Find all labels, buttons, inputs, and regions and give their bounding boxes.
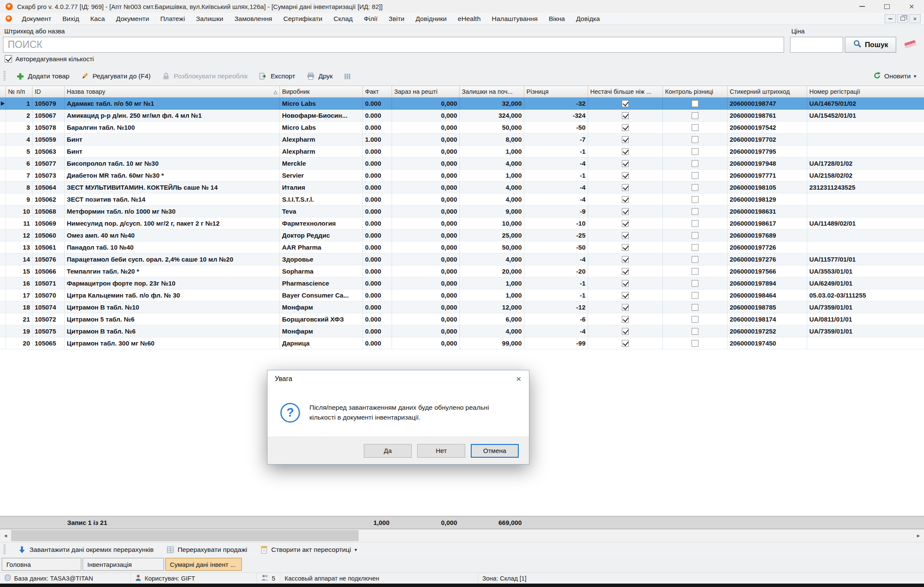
shortage-checkbox[interactable] <box>622 256 629 263</box>
column-header-id[interactable]: ID <box>33 86 65 97</box>
shortage-checkbox[interactable] <box>622 184 629 191</box>
menu-item[interactable]: Філії <box>358 13 383 24</box>
table-row[interactable]: 21105072Цитрамон 5 табл. №6Борщаговский … <box>0 313 924 325</box>
column-header-maker[interactable]: Виробник <box>280 86 363 97</box>
control-checkbox[interactable] <box>692 232 698 239</box>
price-input[interactable] <box>790 37 843 53</box>
no-button[interactable]: Нет <box>417 444 465 458</box>
control-checkbox[interactable] <box>692 256 698 263</box>
menu-item[interactable]: Платежі <box>154 13 190 24</box>
column-header-diff[interactable]: Різниця <box>524 86 588 97</box>
control-checkbox-cell[interactable] <box>663 158 728 170</box>
control-checkbox[interactable] <box>692 160 698 167</box>
column-header-shortage[interactable]: Нестачі більше ніж ... <box>588 86 663 97</box>
menu-item[interactable]: Сертифікати <box>278 13 328 24</box>
shortage-checkbox-cell[interactable] <box>588 206 663 218</box>
menu-item[interactable]: Вікна <box>543 13 570 24</box>
menu-item[interactable]: Документи <box>110 13 154 24</box>
mdi-minimize-button[interactable] <box>885 14 896 23</box>
control-checkbox-cell[interactable] <box>663 218 728 229</box>
table-row[interactable]: 10105068Метформин табл. п/о 1000 мг №30T… <box>0 206 924 218</box>
table-row[interactable]: 7105073Диабетон MR табл. 60мг №30 *Servi… <box>0 170 924 182</box>
create-act-button[interactable]: Створити акт пересортиці ▾ <box>257 543 361 556</box>
table-row[interactable]: 2105067Амикацид р-р д/ин. 250 мг/мл фл. … <box>0 110 924 122</box>
column-header-fact[interactable]: Факт <box>363 86 392 97</box>
refresh-button[interactable]: Оновити ▾ <box>873 68 916 85</box>
control-checkbox-cell[interactable] <box>663 265 728 277</box>
column-header-reg[interactable]: Номер регістрації <box>807 86 924 97</box>
shortage-checkbox[interactable] <box>622 316 629 323</box>
shortage-checkbox-cell[interactable] <box>588 325 663 337</box>
control-checkbox-cell[interactable] <box>663 277 728 289</box>
control-checkbox[interactable] <box>692 112 698 119</box>
control-checkbox-cell[interactable] <box>663 241 728 253</box>
maximize-button[interactable] <box>874 0 899 13</box>
control-checkbox-cell[interactable] <box>663 301 728 313</box>
search-button[interactable]: Пошук <box>845 37 896 53</box>
control-checkbox[interactable] <box>692 148 698 155</box>
control-checkbox[interactable] <box>692 124 698 131</box>
menu-item[interactable]: Довідка <box>570 13 606 24</box>
dialog-close-button[interactable]: × <box>509 371 528 387</box>
scroll-left-button[interactable]: ◄ <box>0 530 11 541</box>
control-checkbox[interactable] <box>692 268 698 275</box>
control-checkbox[interactable] <box>692 136 698 143</box>
shortage-checkbox[interactable] <box>622 244 629 251</box>
control-checkbox-cell[interactable] <box>663 122 728 134</box>
shortage-checkbox[interactable] <box>622 136 629 143</box>
shortage-checkbox[interactable] <box>622 208 629 215</box>
control-checkbox-cell[interactable] <box>663 289 728 301</box>
shortage-checkbox-cell[interactable] <box>588 265 663 277</box>
table-row[interactable]: 11105069Нимесулид пор. д/сусп. 100 мг/2 … <box>0 218 924 229</box>
table-row[interactable]: 13105061Панадол таб. 10 №40AAR Pharma0.0… <box>0 241 924 253</box>
shortage-checkbox[interactable] <box>622 100 629 107</box>
menu-item[interactable]: Довідники <box>410 13 452 24</box>
shortage-checkbox-cell[interactable] <box>588 277 663 289</box>
control-checkbox[interactable] <box>692 304 698 311</box>
menu-item[interactable]: Замовлення <box>229 13 278 24</box>
column-header-control[interactable]: Контроль різниці <box>663 86 728 97</box>
shortage-checkbox-cell[interactable] <box>588 170 663 182</box>
control-checkbox-cell[interactable] <box>663 229 728 241</box>
print-button[interactable]: Друк <box>303 70 336 83</box>
yes-button[interactable]: Да <box>364 444 412 458</box>
table-row[interactable]: 4105059БинтAlexpharm1.0000,0008,000-7206… <box>0 134 924 146</box>
shortage-checkbox[interactable] <box>622 112 629 119</box>
control-checkbox-cell[interactable] <box>663 253 728 265</box>
control-checkbox[interactable] <box>692 292 698 299</box>
table-row[interactable]: 16105071Фармацитрон форте пор. 23г №10Ph… <box>0 277 924 289</box>
control-checkbox[interactable] <box>692 196 698 203</box>
horizontal-scrollbar[interactable]: ◄ ► <box>0 530 924 541</box>
tab-item[interactable]: Головна <box>2 558 81 571</box>
shortage-checkbox[interactable] <box>622 328 629 335</box>
load-recounts-button[interactable]: Завантажити дані окремих перерахунків <box>14 543 157 556</box>
shortage-checkbox-cell[interactable] <box>588 229 663 241</box>
control-checkbox-cell[interactable] <box>663 313 728 325</box>
shortage-checkbox-cell[interactable] <box>588 313 663 325</box>
shortage-checkbox-cell[interactable] <box>588 218 663 229</box>
menu-item[interactable]: Документ <box>16 13 57 24</box>
cancel-button[interactable]: Отмена <box>471 444 519 458</box>
table-row[interactable]: 6105077Бисопролол табл. 10 мг №30Merckle… <box>0 158 924 170</box>
shortage-checkbox[interactable] <box>622 232 629 239</box>
shortage-checkbox-cell[interactable] <box>588 301 663 313</box>
menu-item[interactable]: Склад <box>328 13 358 24</box>
control-checkbox[interactable] <box>692 208 698 215</box>
control-checkbox[interactable] <box>692 172 698 179</box>
shortage-checkbox[interactable] <box>622 220 629 227</box>
control-checkbox-cell[interactable] <box>663 110 728 122</box>
shortage-checkbox[interactable] <box>622 304 629 311</box>
table-row[interactable]: 5105063БинтAlexpharm0.0000,0001,000-1206… <box>0 146 924 158</box>
mdi-close-button[interactable]: × <box>909 14 921 23</box>
clear-search-button[interactable] <box>900 38 920 52</box>
table-row[interactable]: 15105066Темпалгин табл. №20 *Sopharma0.0… <box>0 265 924 277</box>
shortage-checkbox-cell[interactable] <box>588 98 663 110</box>
control-checkbox-cell[interactable] <box>663 134 728 146</box>
column-header-now[interactable]: Зараз на решті <box>392 86 460 97</box>
table-row[interactable]: 12105060Омез амп. 40 мл №40Доктор Реддис… <box>0 229 924 241</box>
table-row[interactable]: 8105064ЗЕСТ МУЛЬТИВИТАМИН. КОКТЕЙЛЬ саше… <box>0 182 924 194</box>
menu-item[interactable]: Каса <box>85 13 110 24</box>
menu-item[interactable]: eHealth <box>452 13 486 24</box>
control-checkbox[interactable] <box>692 316 698 323</box>
column-header-name[interactable]: Назва товару △ <box>65 86 280 97</box>
